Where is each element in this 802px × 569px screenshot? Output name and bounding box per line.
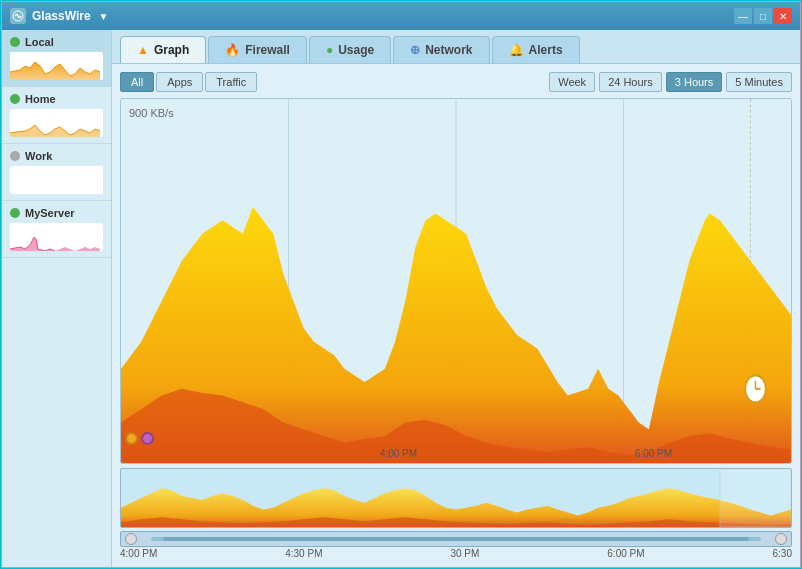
main-content: Local [2,30,800,567]
circle-icon: ● [326,43,333,57]
title-bar: GlassWire ▼ — □ ✕ [2,2,800,30]
status-dot-myserver [10,208,20,218]
filter-traffic-button[interactable]: Traffic [205,72,257,92]
content-area: All Apps Traffic Week 24 Hours 3 Hours 5… [112,64,800,567]
svg-rect-8 [720,469,791,527]
filter-all-button[interactable]: All [120,72,154,92]
ov-time-3: 30 PM [450,548,479,559]
sidebar-label-home: Home [25,93,56,105]
ov-time-5: 6:30 [773,548,792,559]
minimize-button[interactable]: — [734,8,752,24]
sidebar-item-local-header: Local [10,36,103,48]
tab-firewall-label: Firewall [245,43,290,57]
sidebar: Local [2,30,112,567]
chart-svg [121,99,791,463]
time-5m-button[interactable]: 5 Minutes [726,72,792,92]
scrubber-track[interactable] [151,537,761,541]
overview-time-labels: 4:00 PM 4:30 PM 30 PM 6:00 PM 6:30 [120,548,792,559]
tab-alerts-label: Alerts [529,43,563,57]
event-markers [125,432,154,445]
sidebar-item-myserver-header: MyServer [10,207,103,219]
filter-left: All Apps Traffic [120,72,257,92]
ov-time-2: 4:30 PM [285,548,322,559]
sidebar-item-home-header: Home [10,93,103,105]
time-label-1: 4:00 PM [380,448,417,459]
status-dot-work [10,151,20,161]
time-24h-button[interactable]: 24 Hours [599,72,662,92]
time-week-button[interactable]: Week [549,72,595,92]
fire-icon: 🔥 [225,43,240,57]
tab-usage[interactable]: ● Usage [309,36,391,63]
maximize-button[interactable]: □ [754,8,772,24]
app-title: GlassWire [32,9,91,23]
sidebar-label-myserver: MyServer [25,207,75,219]
event-marker-1[interactable] [125,432,138,445]
app-icon [10,8,26,24]
filter-bar: All Apps Traffic Week 24 Hours 3 Hours 5… [120,72,792,92]
sidebar-item-local[interactable]: Local [2,30,111,87]
time-3h-button[interactable]: 3 Hours [666,72,723,92]
tab-alerts[interactable]: 🔔 Alerts [492,36,580,63]
time-label-2: 6:00 PM [635,448,672,459]
tab-network-label: Network [425,43,472,57]
title-dropdown[interactable]: ▼ [99,11,109,22]
sidebar-label-work: Work [25,150,52,162]
right-panel: ▲ Graph 🔥 Firewall ● Usage ⊕ Network 🔔 [112,30,800,567]
graph-icon: ▲ [137,43,149,57]
chart-y-label: 900 KB/s [129,107,174,119]
sidebar-label-local: Local [25,36,54,48]
main-chart: 900 KB/s [120,98,792,464]
event-marker-2[interactable] [141,432,154,445]
tab-graph[interactable]: ▲ Graph [120,36,206,63]
overview-chart [120,468,792,528]
ov-time-4: 6:00 PM [607,548,644,559]
sidebar-item-work-header: Work [10,150,103,162]
overview-svg [121,469,791,527]
sidebar-item-home[interactable]: Home [2,87,111,144]
scrubber-right-thumb[interactable] [775,533,787,545]
status-dot-local [10,37,20,47]
mini-chart-home [10,109,103,137]
sidebar-item-work[interactable]: Work [2,144,111,201]
title-bar-left: GlassWire ▼ [10,8,734,24]
filter-apps-button[interactable]: Apps [156,72,203,92]
mini-chart-local [10,52,103,80]
sidebar-item-myserver[interactable]: MyServer [2,201,111,258]
close-button[interactable]: ✕ [774,8,792,24]
tab-network[interactable]: ⊕ Network [393,36,489,63]
scrubber-left-thumb[interactable] [125,533,137,545]
status-dot-home [10,94,20,104]
ov-time-1: 4:00 PM [120,548,157,559]
tab-graph-label: Graph [154,43,189,57]
filter-right: Week 24 Hours 3 Hours 5 Minutes [549,72,792,92]
scrubber-fill [163,537,749,541]
nav-tabs: ▲ Graph 🔥 Firewall ● Usage ⊕ Network 🔔 [112,30,800,64]
bell-icon: 🔔 [509,43,524,57]
tab-firewall[interactable]: 🔥 Firewall [208,36,307,63]
tab-usage-label: Usage [338,43,374,57]
mini-chart-myserver [10,223,103,251]
chart-time-labels: 4:00 PM 6:00 PM [121,448,791,459]
network-icon: ⊕ [410,43,420,57]
window-controls: — □ ✕ [734,8,792,24]
mini-chart-work [10,166,103,194]
scrubber-bar [120,531,792,547]
main-window: GlassWire ▼ — □ ✕ Local [1,1,801,568]
